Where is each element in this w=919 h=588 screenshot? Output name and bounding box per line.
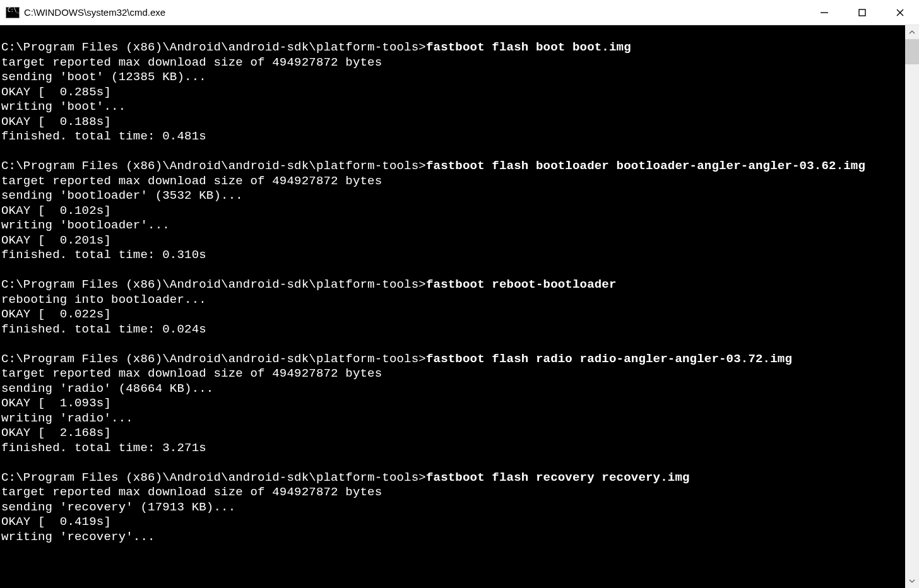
blank-line [1,263,905,278]
svg-rect-1 [859,9,865,16]
titlebar: C:\WINDOWS\system32\cmd.exe [0,0,919,25]
minimize-icon [820,8,829,17]
scroll-up-arrow[interactable] [905,25,919,39]
scroll-thumb[interactable] [905,39,919,64]
window-title: C:\WINDOWS\system32\cmd.exe [24,7,165,18]
close-button[interactable] [881,0,919,25]
command-line: C:\Program Files (x86)\Android\android-s… [1,159,905,174]
scroll-down-arrow[interactable] [905,574,919,588]
command-output: rebooting into bootloader... OKAY [ 0.02… [1,293,905,338]
prompt: C:\Program Files (x86)\Android\android-s… [1,471,426,485]
command-output: target reported max download size of 494… [1,56,905,144]
prompt: C:\Program Files (x86)\Android\android-s… [1,159,426,173]
maximize-icon [858,8,867,17]
close-icon [896,8,904,17]
cmd-icon [6,8,19,18]
command-text: fastboot flash boot boot.img [426,40,631,54]
scroll-track[interactable] [905,39,919,574]
terminal-output[interactable]: C:\Program Files (x86)\Android\android-s… [0,25,905,588]
terminal-container: C:\Program Files (x86)\Android\android-s… [0,25,919,588]
command-output: target reported max download size of 494… [1,367,905,456]
command-line: C:\Program Files (x86)\Android\android-s… [1,40,905,56]
blank-line [1,456,905,471]
prompt: C:\Program Files (x86)\Android\android-s… [1,352,426,366]
prompt: C:\Program Files (x86)\Android\android-s… [1,40,426,54]
command-line: C:\Program Files (x86)\Android\android-s… [1,278,905,293]
command-text: fastboot flash bootloader bootloader-ang… [426,159,865,173]
command-text: fastboot flash recovery recovery.img [426,471,690,485]
chevron-up-icon [909,30,915,34]
chevron-down-icon [909,579,915,583]
scrollbar[interactable] [905,25,919,588]
maximize-button[interactable] [843,0,881,25]
command-line: C:\Program Files (x86)\Android\android-s… [1,471,905,486]
blank-line [1,144,905,160]
command-text: fastboot reboot-bootloader [426,278,617,291]
prompt: C:\Program Files (x86)\Android\android-s… [1,278,426,291]
blank-line [1,337,905,352]
command-output: target reported max download size of 494… [1,485,905,544]
minimize-button[interactable] [805,0,843,25]
command-output: target reported max download size of 494… [1,174,905,263]
command-line: C:\Program Files (x86)\Android\android-s… [1,352,905,367]
command-text: fastboot flash radio radio-angler-angler… [426,352,792,366]
